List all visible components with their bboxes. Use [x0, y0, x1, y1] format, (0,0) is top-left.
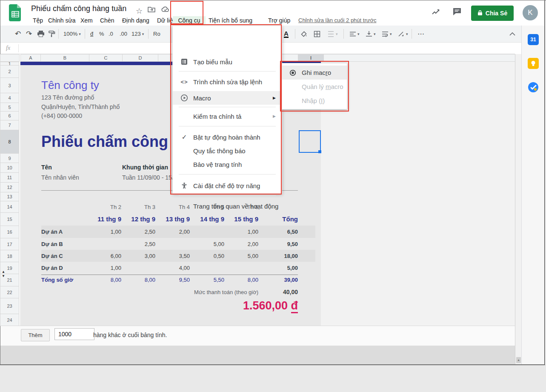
hidden-rows-up-icon[interactable]: ▲: [2, 270, 5, 274]
menu-insert[interactable]: Chèn: [99, 16, 115, 25]
font-family-select[interactable]: Ro: [153, 26, 160, 42]
star-icon[interactable]: ☆: [136, 6, 143, 16]
text-wrap-icon[interactable]: ▾: [382, 26, 392, 42]
row-header-4[interactable]: 4: [0, 93, 19, 103]
cloud-status-icon[interactable]: [161, 6, 170, 14]
currency-format-button[interactable]: đ: [90, 26, 93, 42]
menu-tools[interactable]: Công cụ: [173, 16, 206, 25]
row-header-17[interactable]: 17: [0, 238, 19, 250]
insights-icon[interactable]: [431, 8, 441, 17]
share-button[interactable]: Chia Sẻ: [471, 6, 514, 21]
rate-value: 40,00: [264, 289, 298, 295]
period-label: Khung thời gian: [122, 164, 168, 171]
tasks-icon[interactable]: [528, 82, 539, 93]
tools-menu-item-autocomplete[interactable]: ✓Bật tự động hoàn thành: [173, 130, 282, 144]
more-toolbar-button[interactable]: ⋯: [417, 26, 424, 42]
row-header-8[interactable]: 8: [0, 130, 19, 154]
tools-menu-item-script-editor[interactable]: <>Trình chỉnh sửa tập lệnh: [173, 75, 282, 89]
borders-icon[interactable]: [314, 26, 320, 42]
column-header-I[interactable]: I: [298, 54, 324, 62]
increase-decimal-button[interactable]: .00: [120, 26, 127, 42]
row-header-2[interactable]: 2: [0, 65, 19, 78]
selected-cell[interactable]: [299, 130, 321, 153]
row-header-5[interactable]: 5: [0, 103, 19, 112]
select-all-corner[interactable]: [0, 54, 20, 62]
menu-help[interactable]: Trợ giúp: [267, 16, 291, 25]
merge-cells-icon[interactable]: ▾: [327, 26, 338, 42]
toolbar-divider: [412, 29, 412, 39]
print-icon[interactable]: [37, 26, 45, 42]
column-header-A[interactable]: A: [20, 54, 41, 62]
tools-menu-item-accessibility-settings[interactable]: Cài đặt chế độ trợ năng: [173, 179, 282, 192]
row-header-16[interactable]: 16: [0, 226, 19, 238]
company-name: Tên công ty: [41, 79, 99, 92]
menu-file[interactable]: Tệp: [32, 16, 44, 25]
last-edited-link[interactable]: Chỉnh sửa lần cuối 2 phút trước: [298, 17, 376, 23]
number-format-button[interactable]: 123▾: [131, 26, 144, 42]
percent-format-button[interactable]: %: [99, 26, 104, 42]
tools-menu-item-notification-rules[interactable]: Quy tắc thông báo: [173, 144, 282, 157]
row-header-24[interactable]: 24: [0, 314, 19, 326]
row-header-23[interactable]: 23: [0, 298, 19, 314]
menu-add-ons[interactable]: Tiện ích bổ sung: [208, 16, 253, 25]
row-header-3[interactable]: 3: [0, 77, 19, 93]
tools-menu-item-protect-sheet[interactable]: Bảo vệ trang tính: [173, 157, 282, 171]
undo-icon[interactable]: ↶: [15, 26, 21, 42]
paint-format-icon[interactable]: [48, 26, 55, 42]
tools-menu-item-create-form[interactable]: Tạo biểu mẫu: [173, 55, 282, 69]
chevron-down-icon: ▾: [406, 32, 408, 36]
avatar[interactable]: K: [523, 5, 538, 20]
accessibility-icon: [179, 182, 190, 189]
keep-icon[interactable]: [528, 58, 539, 69]
macro-submenu-item-manage-macros[interactable]: Quản lý macro: [282, 80, 347, 94]
row-header-13[interactable]: 13: [0, 192, 19, 201]
scrollbar-thumb[interactable]: ▴: [516, 357, 521, 363]
rows-count-input[interactable]: [54, 328, 94, 340]
move-folder-icon[interactable]: [148, 6, 155, 14]
column-header-blank[interactable]: [323, 54, 515, 62]
vertical-align-icon[interactable]: ▾: [366, 26, 376, 42]
column-header-B[interactable]: B: [40, 54, 89, 62]
macro-submenu-item-import-macro[interactable]: Nhập (I): [282, 94, 347, 108]
document-title[interactable]: Phiếu chấm công hàng tuần: [31, 4, 126, 13]
vertical-scrollbar[interactable]: ▴: [515, 54, 521, 364]
row-header-9[interactable]: 9: [0, 153, 19, 163]
add-rows-button[interactable]: Thêm: [21, 329, 50, 341]
table-cell: 18,00: [264, 253, 298, 259]
row-header-22[interactable]: 22: [0, 286, 19, 298]
fill-color-icon[interactable]: [300, 26, 307, 42]
sheets-logo-icon[interactable]: [9, 4, 22, 23]
row-header-10[interactable]: 10: [0, 163, 19, 173]
column-header-C[interactable]: C: [89, 54, 123, 62]
horizontal-align-icon[interactable]: ▾: [349, 26, 360, 42]
zoom-select[interactable]: 100%▾: [63, 26, 81, 42]
menu-edit[interactable]: Chỉnh sửa: [47, 16, 77, 25]
hidden-rows-down-icon[interactable]: ▼: [2, 274, 5, 278]
row-header-21[interactable]: 21▼: [0, 274, 19, 286]
comment-icon[interactable]: [452, 7, 462, 17]
fill-handle[interactable]: [318, 150, 321, 153]
collapse-toolbar-icon[interactable]: [509, 26, 515, 42]
row-header-14[interactable]: 14: [0, 201, 19, 213]
tools-menu-item-macro[interactable]: Macro▶: [173, 91, 282, 105]
menu-view[interactable]: Xem: [80, 16, 94, 25]
calendar-icon[interactable]: 31: [528, 34, 539, 45]
row-header-6[interactable]: 6: [0, 111, 19, 120]
row-header-15[interactable]: 15: [0, 212, 19, 226]
row-header-11[interactable]: 11: [0, 172, 19, 183]
column-header-D[interactable]: D: [122, 54, 158, 62]
tools-menu-item-spell-check[interactable]: Kiểm tra chính tả▶: [173, 109, 282, 123]
macro-submenu-item-record-macro[interactable]: Ghi macro: [282, 66, 347, 80]
row-header-7[interactable]: 7: [0, 120, 19, 130]
menu-format[interactable]: Định dạng: [121, 16, 150, 25]
decrease-decimal-button[interactable]: .0: [109, 26, 113, 42]
tools-menu-item-activity-dashboard[interactable]: Trang tổng quan về hoạt động: [173, 199, 282, 213]
row-header-12[interactable]: 12: [0, 182, 19, 192]
row-header-18[interactable]: 18: [0, 250, 19, 262]
row-header-19[interactable]: 19▲: [0, 262, 19, 274]
text-color-button[interactable]: A: [284, 26, 289, 42]
redo-icon[interactable]: ↷: [26, 26, 32, 42]
macro-submenu: Ghi macroQuản lý macroNhập (I): [282, 63, 347, 109]
text-rotation-icon[interactable]: ▾: [398, 26, 408, 42]
table-cell: 39,00: [264, 277, 298, 283]
